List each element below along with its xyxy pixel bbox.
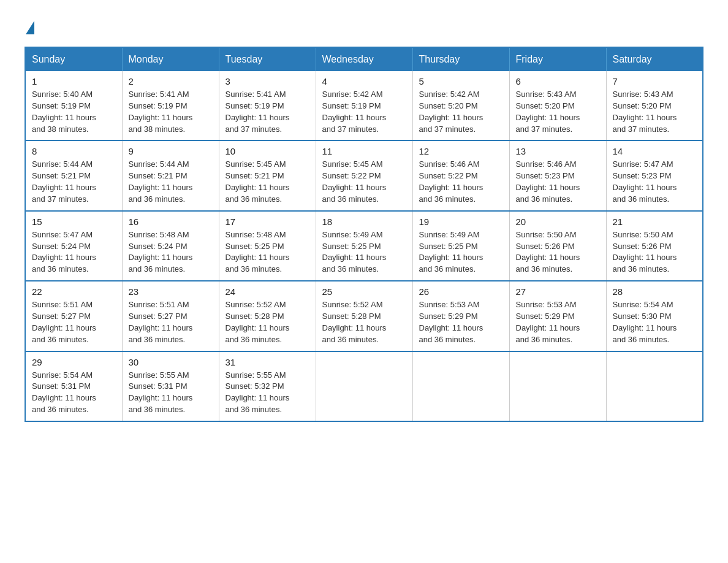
calendar-cell: 5 Sunrise: 5:42 AM Sunset: 5:20 PM Dayli… bbox=[412, 71, 509, 140]
day-info: Sunrise: 5:49 AM Sunset: 5:25 PM Dayligh… bbox=[322, 229, 406, 275]
calendar-cell: 13 Sunrise: 5:46 AM Sunset: 5:23 PM Dayl… bbox=[509, 140, 606, 210]
day-info: Sunrise: 5:42 AM Sunset: 5:20 PM Dayligh… bbox=[419, 89, 503, 135]
day-info: Sunrise: 5:43 AM Sunset: 5:20 PM Dayligh… bbox=[613, 89, 697, 135]
day-info: Sunrise: 5:47 AM Sunset: 5:23 PM Dayligh… bbox=[613, 159, 697, 205]
calendar-cell: 4 Sunrise: 5:42 AM Sunset: 5:19 PM Dayli… bbox=[316, 71, 412, 140]
day-info: Sunrise: 5:50 AM Sunset: 5:26 PM Dayligh… bbox=[613, 229, 697, 275]
calendar-cell: 7 Sunrise: 5:43 AM Sunset: 5:20 PM Dayli… bbox=[606, 71, 703, 140]
calendar-week-row: 15 Sunrise: 5:47 AM Sunset: 5:24 PM Dayl… bbox=[25, 211, 703, 281]
header-wednesday: Wednesday bbox=[316, 47, 412, 71]
day-number: 15 bbox=[32, 216, 116, 227]
day-number: 16 bbox=[129, 216, 213, 227]
day-number: 26 bbox=[419, 286, 503, 297]
calendar-cell: 19 Sunrise: 5:49 AM Sunset: 5:25 PM Dayl… bbox=[412, 211, 509, 281]
calendar-cell: 12 Sunrise: 5:46 AM Sunset: 5:22 PM Dayl… bbox=[412, 140, 509, 210]
calendar-week-row: 22 Sunrise: 5:51 AM Sunset: 5:27 PM Dayl… bbox=[25, 281, 703, 351]
day-info: Sunrise: 5:40 AM Sunset: 5:19 PM Dayligh… bbox=[32, 89, 116, 135]
calendar-cell: 17 Sunrise: 5:48 AM Sunset: 5:25 PM Dayl… bbox=[219, 211, 316, 281]
day-number: 18 bbox=[322, 216, 406, 227]
day-info: Sunrise: 5:45 AM Sunset: 5:21 PM Dayligh… bbox=[226, 159, 309, 205]
calendar-cell: 30 Sunrise: 5:55 AM Sunset: 5:31 PM Dayl… bbox=[122, 351, 219, 421]
day-info: Sunrise: 5:46 AM Sunset: 5:23 PM Dayligh… bbox=[516, 159, 600, 205]
day-number: 4 bbox=[322, 76, 406, 86]
calendar-cell: 25 Sunrise: 5:52 AM Sunset: 5:28 PM Dayl… bbox=[316, 281, 412, 351]
day-info: Sunrise: 5:46 AM Sunset: 5:22 PM Dayligh… bbox=[419, 159, 503, 205]
calendar-cell: 1 Sunrise: 5:40 AM Sunset: 5:19 PM Dayli… bbox=[25, 71, 122, 140]
day-number: 3 bbox=[226, 76, 309, 86]
calendar-cell: 6 Sunrise: 5:43 AM Sunset: 5:20 PM Dayli… bbox=[509, 71, 606, 140]
calendar-cell: 2 Sunrise: 5:41 AM Sunset: 5:19 PM Dayli… bbox=[122, 71, 219, 140]
calendar-cell: 16 Sunrise: 5:48 AM Sunset: 5:24 PM Dayl… bbox=[122, 211, 219, 281]
calendar-cell: 10 Sunrise: 5:45 AM Sunset: 5:21 PM Dayl… bbox=[219, 140, 316, 210]
day-info: Sunrise: 5:47 AM Sunset: 5:24 PM Dayligh… bbox=[32, 229, 116, 275]
day-number: 10 bbox=[226, 146, 309, 156]
day-number: 31 bbox=[226, 357, 309, 367]
day-info: Sunrise: 5:45 AM Sunset: 5:22 PM Dayligh… bbox=[322, 159, 406, 205]
day-info: Sunrise: 5:52 AM Sunset: 5:28 PM Dayligh… bbox=[226, 299, 309, 345]
day-number: 24 bbox=[226, 286, 309, 297]
calendar-cell: 29 Sunrise: 5:54 AM Sunset: 5:31 PM Dayl… bbox=[25, 351, 122, 421]
day-number: 20 bbox=[516, 216, 600, 227]
calendar-cell: 27 Sunrise: 5:53 AM Sunset: 5:29 PM Dayl… bbox=[509, 281, 606, 351]
header-monday: Monday bbox=[122, 47, 219, 71]
calendar-cell: 11 Sunrise: 5:45 AM Sunset: 5:22 PM Dayl… bbox=[316, 140, 412, 210]
calendar-cell: 8 Sunrise: 5:44 AM Sunset: 5:21 PM Dayli… bbox=[25, 140, 122, 210]
day-number: 1 bbox=[32, 76, 116, 86]
day-number: 13 bbox=[516, 146, 600, 156]
day-number: 14 bbox=[613, 146, 697, 156]
calendar-cell: 18 Sunrise: 5:49 AM Sunset: 5:25 PM Dayl… bbox=[316, 211, 412, 281]
header-thursday: Thursday bbox=[412, 47, 509, 71]
day-number: 27 bbox=[516, 286, 600, 297]
day-number: 30 bbox=[129, 357, 213, 367]
day-number: 9 bbox=[129, 146, 213, 156]
calendar-cell: 23 Sunrise: 5:51 AM Sunset: 5:27 PM Dayl… bbox=[122, 281, 219, 351]
day-info: Sunrise: 5:43 AM Sunset: 5:20 PM Dayligh… bbox=[516, 89, 600, 135]
day-number: 11 bbox=[322, 146, 406, 156]
day-number: 17 bbox=[226, 216, 309, 227]
day-number: 25 bbox=[322, 286, 406, 297]
day-info: Sunrise: 5:41 AM Sunset: 5:19 PM Dayligh… bbox=[226, 89, 309, 135]
day-number: 6 bbox=[516, 76, 600, 86]
calendar-header-row: SundayMondayTuesdayWednesdayThursdayFrid… bbox=[25, 47, 703, 71]
header-tuesday: Tuesday bbox=[219, 47, 316, 71]
calendar-cell: 26 Sunrise: 5:53 AM Sunset: 5:29 PM Dayl… bbox=[412, 281, 509, 351]
day-number: 7 bbox=[613, 76, 697, 86]
calendar-cell bbox=[316, 351, 412, 421]
calendar-week-row: 1 Sunrise: 5:40 AM Sunset: 5:19 PM Dayli… bbox=[25, 71, 703, 140]
day-info: Sunrise: 5:41 AM Sunset: 5:19 PM Dayligh… bbox=[129, 89, 213, 135]
day-info: Sunrise: 5:55 AM Sunset: 5:31 PM Dayligh… bbox=[129, 370, 213, 416]
day-number: 23 bbox=[129, 286, 213, 297]
day-number: 22 bbox=[32, 286, 116, 297]
logo bbox=[25, 18, 36, 34]
day-number: 8 bbox=[32, 146, 116, 156]
day-number: 28 bbox=[613, 286, 697, 297]
day-number: 29 bbox=[32, 357, 116, 367]
calendar-cell: 28 Sunrise: 5:54 AM Sunset: 5:30 PM Dayl… bbox=[606, 281, 703, 351]
calendar-cell: 24 Sunrise: 5:52 AM Sunset: 5:28 PM Dayl… bbox=[219, 281, 316, 351]
day-info: Sunrise: 5:54 AM Sunset: 5:31 PM Dayligh… bbox=[32, 370, 116, 416]
calendar-cell: 22 Sunrise: 5:51 AM Sunset: 5:27 PM Dayl… bbox=[25, 281, 122, 351]
day-number: 2 bbox=[129, 76, 213, 86]
day-info: Sunrise: 5:55 AM Sunset: 5:32 PM Dayligh… bbox=[226, 370, 309, 416]
day-info: Sunrise: 5:54 AM Sunset: 5:30 PM Dayligh… bbox=[613, 299, 697, 345]
day-number: 19 bbox=[419, 216, 503, 227]
header-sunday: Sunday bbox=[25, 47, 122, 71]
header-friday: Friday bbox=[509, 47, 606, 71]
page-header bbox=[25, 18, 703, 34]
calendar-cell: 9 Sunrise: 5:44 AM Sunset: 5:21 PM Dayli… bbox=[122, 140, 219, 210]
calendar-week-row: 8 Sunrise: 5:44 AM Sunset: 5:21 PM Dayli… bbox=[25, 140, 703, 210]
calendar-cell: 14 Sunrise: 5:47 AM Sunset: 5:23 PM Dayl… bbox=[606, 140, 703, 210]
calendar-table: SundayMondayTuesdayWednesdayThursdayFrid… bbox=[25, 47, 703, 422]
day-number: 12 bbox=[419, 146, 503, 156]
day-info: Sunrise: 5:42 AM Sunset: 5:19 PM Dayligh… bbox=[322, 89, 406, 135]
calendar-cell bbox=[412, 351, 509, 421]
calendar-cell bbox=[606, 351, 703, 421]
day-info: Sunrise: 5:48 AM Sunset: 5:25 PM Dayligh… bbox=[226, 229, 309, 275]
calendar-cell: 15 Sunrise: 5:47 AM Sunset: 5:24 PM Dayl… bbox=[25, 211, 122, 281]
day-info: Sunrise: 5:50 AM Sunset: 5:26 PM Dayligh… bbox=[516, 229, 600, 275]
header-saturday: Saturday bbox=[606, 47, 703, 71]
day-number: 5 bbox=[419, 76, 503, 86]
day-info: Sunrise: 5:44 AM Sunset: 5:21 PM Dayligh… bbox=[32, 159, 116, 205]
day-info: Sunrise: 5:48 AM Sunset: 5:24 PM Dayligh… bbox=[129, 229, 213, 275]
logo-triangle-icon bbox=[26, 21, 34, 34]
